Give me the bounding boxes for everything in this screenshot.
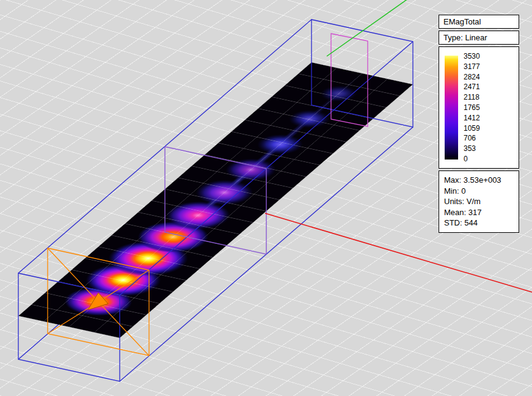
stat-min: Min: 0 (444, 186, 514, 197)
colorbar-tick: 2471 (464, 83, 480, 90)
colorbar-tick: 0 (464, 155, 480, 163)
colorbar-tick: 1412 (464, 114, 480, 122)
legend-type-label: Type: Linear (443, 33, 487, 42)
colorbar-tick: 1765 (464, 104, 480, 111)
legend-title-box: EMagTotal (439, 15, 519, 29)
stat-max: Max: 3.53e+003 (444, 175, 514, 186)
stat-units: Units: V/m (444, 196, 514, 207)
colorbar-gradient (445, 56, 458, 160)
viewport-3d[interactable]: EMagTotal Type: Linear 3530 3177 2824 24… (0, 0, 532, 396)
legend-colorbar-box: 3530 3177 2824 2471 2118 1765 1412 1059 … (439, 46, 519, 169)
colorbar-tick: 2118 (464, 94, 480, 101)
colorbar-tick: 353 (464, 145, 480, 152)
colorbar-ticks: 3530 3177 2824 2471 2118 1765 1412 1059 … (464, 53, 480, 163)
colorbar-tick: 706 (464, 134, 480, 142)
stat-std: STD: 544 (444, 218, 514, 229)
stat-mean: Mean: 317 (444, 207, 514, 218)
colorbar-tick: 2824 (464, 73, 480, 81)
colorbar-tick: 3177 (464, 63, 480, 70)
legend-stats-box: Max: 3.53e+003 Min: 0 Units: V/m Mean: 3… (439, 170, 519, 233)
colorbar-tick: 1059 (464, 125, 480, 132)
colorbar-tick: 3530 (464, 53, 480, 60)
legend-panel: EMagTotal Type: Linear 3530 3177 2824 24… (439, 15, 519, 235)
legend-type-box: Type: Linear (439, 31, 519, 45)
legend-title: EMagTotal (443, 17, 481, 26)
